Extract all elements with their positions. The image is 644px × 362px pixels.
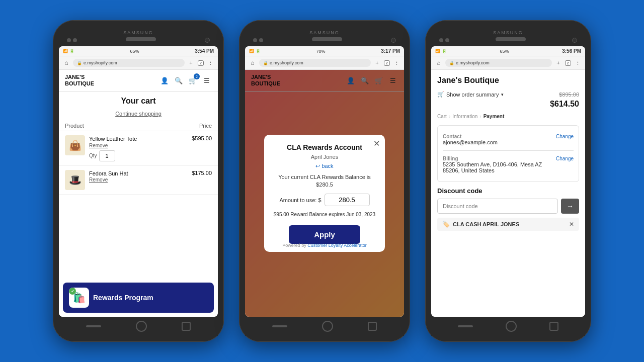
phone3-breadcrumb-cart: Cart — [437, 114, 447, 119]
phone2-modal-close[interactable]: ✕ — [373, 139, 380, 148]
phone2-amount-input[interactable] — [325, 194, 370, 206]
phone1-remove-1[interactable]: Remove — [89, 143, 188, 148]
phone3-order-summary-link[interactable]: 🛒 Show order summary ▾ — [437, 91, 504, 98]
phone3-browser-bar: ⌂ 🔒 e.myshopify.com + 2 ⋮ — [431, 56, 585, 70]
phone3-status-bar: 📶🔋 65% 3:56 PM — [431, 46, 585, 56]
phone1-product-info-2: Fedora Sun Hat Remove — [89, 170, 188, 183]
phone1-screen-content: JANE'S BOUTIQUE 👤 🔍 🛒 2 ☰ Your cart — [59, 70, 218, 317]
phone1-screen: 📶🔋 65% 3:54 PM ⌂ 🔒 e.myshopify.com + 2 ⋮ — [59, 46, 218, 317]
phone1-cart-item-1: 👜 Yellow Leather Tote Remove Qty $595.00 — [59, 131, 218, 165]
phone2-speaker — [312, 37, 342, 41]
phone1-dot1 — [67, 38, 71, 42]
phone3-contact-row: Contact ajones@example.com Change — [443, 131, 574, 148]
phone-2: SAMSUNG 📶🔋 70% 3:17 PM ⌂ — [239, 20, 410, 342]
phone3-shop-name: Jane's Boutique — [437, 76, 579, 85]
phone1-speaker — [126, 37, 156, 41]
phone3-breadcrumb: Cart › Information › Payment — [437, 114, 579, 119]
phone2-dot2 — [259, 38, 263, 42]
phone1-tab-count[interactable]: 2 — [198, 60, 204, 66]
phone3-original-price: $895.00 — [559, 92, 579, 98]
phones-container: SAMSUNG 📶🔋 65% 3:54 PM ⌂ — [0, 0, 644, 362]
phone2-browser-bar: ⌂ 🔒 e.myshopify.com + 2 ⋮ — [245, 56, 404, 70]
phone3-billing-change[interactable]: Change — [556, 156, 574, 161]
phone2-balance-text: Your current CLA Rewards Balance is $280… — [272, 173, 377, 189]
phone3-billing-value: 5235 Southern Ave, D106-406, Mesa AZ 852… — [443, 161, 556, 173]
phone3-discount-input-row: → — [437, 199, 579, 214]
phone1-product-name-2: Fedora Sun Hat — [89, 170, 188, 177]
phone2-home-btn[interactable] — [322, 321, 333, 332]
phone1-remove-2[interactable]: Remove — [89, 177, 188, 183]
phone1-col-price: Price — [199, 123, 212, 129]
phone1-recent-btn[interactable] — [182, 322, 191, 331]
phone1-qty-row-1: Qty — [89, 150, 188, 161]
phone1-rewards-label: Rewards Program — [93, 294, 153, 302]
phone2-bottom-nav — [245, 317, 404, 336]
phone2-powered-link[interactable]: Customer Loyalty Accelerator — [307, 243, 367, 248]
phone2-apply-button[interactable]: Apply — [289, 225, 360, 244]
phone3-url-bar[interactable]: 🔒 e.myshopify.com — [445, 59, 552, 67]
phone2-status-icons: 📶🔋 — [249, 49, 261, 53]
phone1-menu-btn[interactable]: ⋮ — [206, 58, 215, 67]
phone3-menu-btn[interactable]: ⋮ — [573, 58, 582, 67]
phone1-home-icon[interactable]: ⌂ — [62, 58, 71, 67]
phone3-tag-text: CLA CASH APRIL JONES — [453, 221, 566, 227]
phone3-new-tab-btn[interactable]: + — [554, 58, 563, 67]
phone1-account-icon[interactable]: 👤 — [159, 75, 170, 85]
phone3-discount-section: Discount code → 🏷️ CLA CASH APRIL JONES … — [437, 187, 579, 231]
phone3-time: 3:56 PM — [562, 48, 581, 54]
phone2-new-tab-btn[interactable]: + — [373, 58, 382, 67]
phone3-home-btn[interactable] — [506, 321, 517, 332]
phone3-tab-count[interactable]: 2 — [565, 60, 571, 66]
phone3-breadcrumb-information: Information — [452, 114, 477, 119]
phone2-url-bar[interactable]: 🔒 e.myshopify.com — [259, 59, 371, 67]
phone3-chevron-icon: ▾ — [501, 92, 504, 97]
phone1-url: e.myshopify.com — [84, 60, 117, 65]
phone3-home-icon[interactable]: ⌂ — [434, 58, 443, 67]
phone3-back-btn[interactable] — [458, 325, 473, 327]
phone3-order-total: $614.50 — [550, 100, 579, 108]
phone1-home-btn[interactable] — [136, 321, 147, 332]
phone3-discount-submit[interactable]: → — [561, 199, 579, 214]
phone3-tag-icon: 🏷️ — [442, 221, 450, 228]
phone1-rewards-icon: 🛍️ ✓ — [69, 288, 89, 308]
phone2-modal-overlay: ✕ CLA Rewards Account April Jones ↩ back… — [245, 70, 404, 317]
phone3-tag-remove[interactable]: ✕ — [569, 221, 574, 228]
phone3-contact-change[interactable]: Change — [556, 134, 574, 139]
phone3-recent-btn[interactable] — [549, 322, 558, 331]
phone2-recent-btn[interactable] — [368, 322, 377, 331]
phone3-discount-input[interactable] — [437, 199, 558, 214]
phone1-cart-icon[interactable]: 🛒 2 — [188, 75, 198, 85]
phone1-menu-icon[interactable]: ☰ — [202, 75, 212, 85]
phone1-status-bar: 📶🔋 65% 3:54 PM — [59, 46, 218, 56]
phone2-status-bar: 📶🔋 70% 3:17 PM — [245, 46, 404, 56]
phone2-screen: 📶🔋 70% 3:17 PM ⌂ 🔒 e.myshopify.com + 2 ⋮ — [245, 46, 404, 317]
phone1-brand: SAMSUNG — [63, 28, 214, 36]
phone1-cart-header: Product Price — [59, 121, 218, 131]
phone3-screen-content: Jane's Boutique 🛒 Show order summary ▾ $… — [431, 70, 585, 317]
phone2-modal: ✕ CLA Rewards Account April Jones ↩ back… — [264, 135, 385, 252]
phone3-order-summary-row: 🛒 Show order summary ▾ $895.00 — [437, 91, 579, 98]
phone2-lock-icon: 🔒 — [263, 61, 268, 65]
phone3-bottom-nav — [431, 317, 585, 336]
phone1-new-tab-btn[interactable]: + — [187, 58, 196, 67]
phone3-screen: 📶🔋 65% 3:56 PM ⌂ 🔒 e.myshopify.com + 2 ⋮ — [431, 46, 585, 317]
phone1-back-btn[interactable] — [86, 325, 101, 327]
phone2-tab-count[interactable]: 2 — [384, 60, 390, 66]
phone1-url-bar[interactable]: 🔒 e.myshopify.com — [73, 59, 185, 67]
phone2-menu-btn[interactable]: ⋮ — [392, 58, 401, 67]
phone1-continue-shopping[interactable]: Continue shopping — [59, 111, 218, 117]
phone1-search-icon[interactable]: 🔍 — [174, 75, 184, 85]
phone1-shop-icons: 👤 🔍 🛒 2 ☰ — [159, 75, 212, 85]
phone2-back-link[interactable]: ↩ back — [272, 163, 377, 169]
phone1-price-1: $595.00 — [192, 135, 212, 141]
phone2-back-btn[interactable] — [272, 325, 287, 327]
phone1-qty-input-1[interactable] — [99, 150, 115, 161]
phone2-home-icon[interactable]: ⌂ — [248, 58, 257, 67]
phone1-col-product: Product — [65, 123, 84, 129]
phone1-product-thumb-1: 👜 — [65, 135, 85, 155]
phone3-sep-2: › — [479, 114, 481, 119]
phone1-product-name-1: Yellow Leather Tote — [89, 135, 188, 142]
phone1-rewards-banner[interactable]: 🛍️ ✓ Rewards Program — [63, 283, 214, 313]
phone1-price-2: $175.00 — [192, 170, 212, 176]
phone3-status-icons: 📶🔋 — [435, 49, 447, 53]
